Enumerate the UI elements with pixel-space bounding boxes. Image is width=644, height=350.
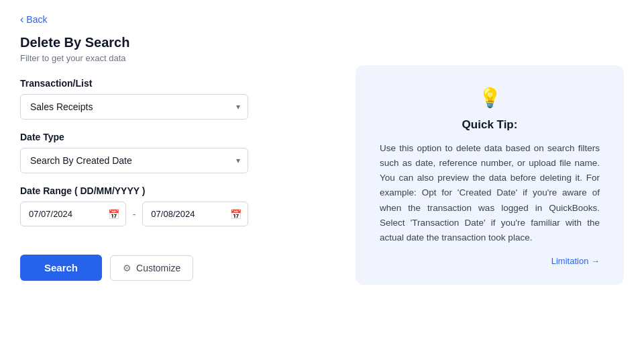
tip-text: Use this option to delete data based on … — [380, 141, 600, 246]
date-to-input[interactable] — [142, 202, 248, 226]
date-from-input[interactable] — [20, 202, 126, 226]
date-from-wrapper: 📅 — [20, 202, 126, 226]
page-title: Delete By Search — [20, 35, 329, 50]
transaction-select-wrapper: Sales Receipts Invoices Bills Payments E… — [20, 94, 248, 120]
customize-icon: ⚙ — [123, 263, 131, 273]
date-separator: - — [133, 209, 136, 220]
transaction-label: Transaction/List — [20, 78, 329, 89]
back-link[interactable]: Back — [20, 13, 329, 26]
limitation-label: Limitation → — [551, 256, 600, 266]
page-subtitle: Filter to get your exact data — [20, 53, 329, 63]
customize-button[interactable]: ⚙ Customize — [110, 255, 193, 281]
bulb-icon: 💡 — [478, 87, 502, 109]
tip-title: Quick Tip: — [380, 118, 600, 132]
date-range-section: Date Range ( DD/MM/YYYY ) 📅 - 📅 — [20, 185, 329, 226]
left-panel: Back Delete By Search Filter to get your… — [20, 13, 329, 337]
search-button[interactable]: Search — [20, 255, 102, 281]
tip-icon-wrapper: 💡 — [380, 87, 600, 109]
date-type-label: Date Type — [20, 132, 329, 142]
customize-label: Customize — [136, 263, 180, 273]
tip-card: 💡 Quick Tip: Use this option to delete d… — [356, 65, 624, 286]
right-panel: 💡 Quick Tip: Use this option to delete d… — [329, 13, 624, 337]
transaction-section: Transaction/List Sales Receipts Invoices… — [20, 78, 329, 120]
date-range-label: Date Range ( DD/MM/YYYY ) — [20, 185, 329, 196]
transaction-select[interactable]: Sales Receipts Invoices Bills Payments E… — [20, 94, 248, 120]
back-label: Back — [26, 14, 47, 25]
actions-row: Search ⚙ Customize — [20, 255, 329, 281]
date-type-select[interactable]: Search By Created Date Search By Transac… — [20, 148, 248, 173]
limitation-link[interactable]: Limitation → — [380, 256, 600, 266]
page-container: Back Delete By Search Filter to get your… — [0, 0, 644, 350]
date-range-row: 📅 - 📅 — [20, 202, 248, 226]
date-to-wrapper: 📅 — [142, 202, 248, 226]
date-type-section: Date Type Search By Created Date Search … — [20, 132, 329, 173]
date-type-select-wrapper: Search By Created Date Search By Transac… — [20, 148, 248, 173]
